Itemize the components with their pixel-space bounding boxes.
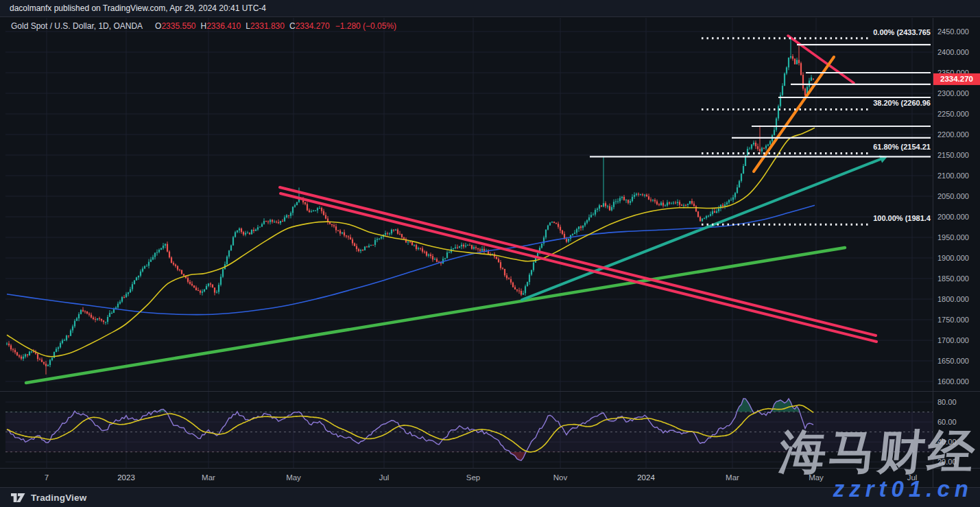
time-axis-label: Mar: [726, 473, 739, 482]
close-label: C: [289, 21, 296, 31]
price-axis-label: 2250.000: [937, 110, 969, 118]
price-axis-label: 2450.000: [937, 27, 969, 36]
symbol-legend[interactable]: Gold Spot / U.S. Dollar, 1D, OANDAO2335.…: [11, 21, 396, 31]
candles: [6, 38, 814, 375]
price-axis-label: 1650.000: [937, 357, 969, 365]
price-axis-label: 1700.000: [937, 336, 969, 344]
fib-label-61.8: 61.80% (2154.21: [873, 143, 931, 151]
low-value: 2331.830: [250, 21, 285, 31]
time-axis-label: Sep: [466, 473, 480, 482]
attribution-text: dacolmanfx published on TradingView.com,…: [10, 3, 266, 13]
time-axis-label: 7: [45, 473, 49, 482]
price-axis-label: 2300.000: [937, 89, 969, 97]
time-axis-label: 2024: [637, 473, 655, 482]
tradingview-logo-icon[interactable]: [11, 492, 25, 503]
price-axis-label: 2050.000: [937, 192, 969, 200]
low-label: L: [246, 21, 250, 31]
open-value: 2335.550: [161, 21, 195, 31]
time-axis-label: May: [286, 473, 301, 482]
change-value: −1.280 (−0.05%): [335, 21, 396, 31]
rsi-axis-label: 40.00: [937, 438, 957, 446]
price-axis-label: 1600.000: [937, 377, 969, 386]
open-label: O: [155, 21, 161, 31]
rsi-axis-label: 20.00: [937, 458, 957, 466]
time-axis-label: May: [809, 473, 824, 482]
fib-label-38.2: 38.20% (2260.96: [873, 99, 931, 107]
price-axis-label: 1900.000: [937, 254, 969, 262]
price-axis[interactable]: 2450.0002400.0002350.0002300.0002250.000…: [933, 27, 980, 466]
main-chart-svg[interactable]: 0.00% (2433.76538.20% (2260.9661.80% (21…: [0, 0, 980, 507]
time-axis-label: 2023: [117, 473, 135, 482]
time-axis[interactable]: 72023MarMayJulSepNov2024MarMayJul: [45, 473, 918, 482]
footer-bar: TradingView: [0, 487, 980, 507]
symbol-title: Gold Spot / U.S. Dollar, 1D, OANDA: [11, 21, 143, 31]
time-axis-label: Jul: [379, 473, 390, 482]
price-axis-label: 2200.000: [937, 130, 969, 139]
tradingview-wordmark[interactable]: TradingView: [31, 493, 86, 503]
last-price-value: 2334.270: [940, 75, 973, 83]
ma-blue-line: [7, 205, 815, 314]
drawings[interactable]: [26, 36, 887, 383]
price-axis-label: 2000.000: [937, 213, 969, 221]
attribution-bar: dacolmanfx published on TradingView.com,…: [0, 0, 980, 17]
high-value: 2336.410: [206, 21, 241, 31]
price-axis-label: 1850.000: [937, 274, 969, 283]
time-axis-label: Nov: [553, 473, 568, 482]
time-axis-label: Mar: [202, 473, 215, 482]
time-axis-label: Jul: [907, 473, 918, 482]
rsi-pane: [5, 399, 933, 460]
rsi-axis-label: 80.00: [937, 398, 957, 406]
price-axis-label: 2100.000: [937, 172, 969, 180]
price-axis-label: 1950.000: [937, 233, 969, 241]
fib-label-100: 100.00% (1981.4: [873, 214, 931, 222]
price-axis-label: 2400.000: [937, 48, 969, 56]
price-axis-label: 1750.000: [937, 316, 969, 324]
rsi-axis-label: 60.00: [937, 418, 957, 426]
high-label: H: [200, 21, 206, 31]
price-axis-label: 2150.000: [937, 151, 969, 159]
grid: [5, 18, 933, 468]
tradingview-published-chart: 0.00% (2433.76538.20% (2260.9661.80% (21…: [0, 0, 980, 507]
trendline-channel-pink-upper[interactable]: [280, 187, 876, 335]
close-value: 2334.270: [296, 21, 330, 31]
fib-label-0: 0.00% (2433.765: [873, 28, 931, 36]
price-axis-label: 1800.000: [937, 295, 969, 303]
